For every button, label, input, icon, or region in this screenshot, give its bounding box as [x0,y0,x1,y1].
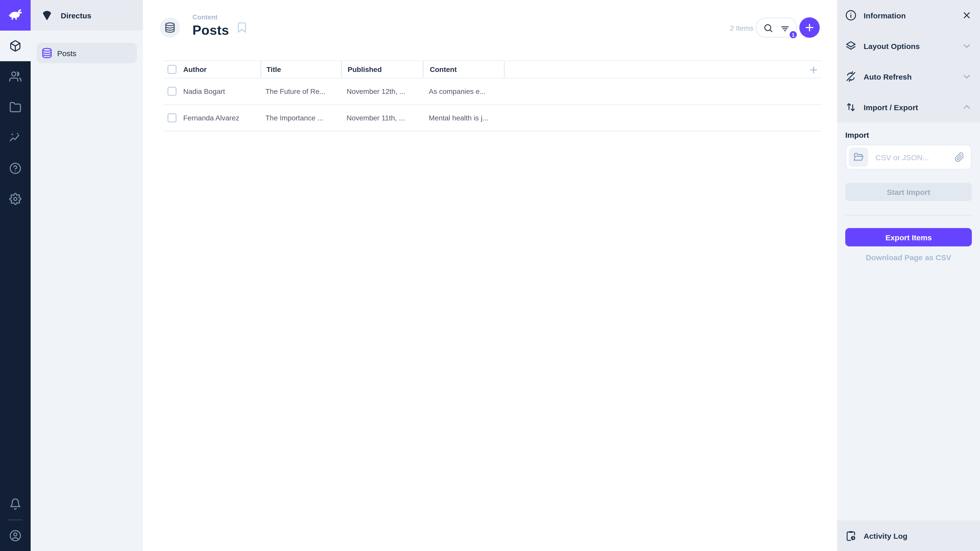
title-block: Content Posts [192,14,229,37]
import-heading: Import [845,130,972,139]
create-item-button[interactable] [799,17,820,38]
collection-icon-circle [160,17,180,38]
column-header-published[interactable]: Published [341,61,423,78]
directus-app: Directus Posts Content [0,0,980,551]
cell-published: November 12th, ... [347,87,405,95]
cell-title: The Future of Re... [266,87,325,95]
module-docs[interactable] [0,153,30,184]
database-icon [41,48,52,59]
plus-icon [804,22,815,33]
import-export-body: Import Start Import Export Items Downloa… [837,122,980,262]
cell-author: Fernanda Alvarez [183,114,239,122]
cell-content: Mental health is j... [429,114,488,122]
import-file-input[interactable] [845,144,972,170]
items-table: Author Title Published Content Nadia Bog… [163,60,822,132]
file-chip [849,148,868,167]
import-export-divider [845,215,972,216]
filter-count-badge: 1 [788,30,798,40]
sync-disabled-icon [845,71,856,82]
table-row[interactable]: Fernanda Alvarez The Importance ... Nove… [163,105,822,132]
help-icon [9,162,21,175]
start-import-button[interactable]: Start Import [845,183,972,201]
page-title: Posts [192,24,229,37]
select-all-checkbox[interactable] [167,65,177,74]
gear-icon [9,193,21,205]
chevron-up-icon [962,102,972,112]
chevron-down-icon [962,41,972,51]
insights-icon [9,132,21,144]
sidebar-item-posts[interactable]: Posts [37,43,137,63]
database-icon [164,22,176,33]
column-header-content[interactable]: Content [423,61,504,78]
notifications-button[interactable] [0,489,30,519]
module-settings[interactable] [0,184,30,214]
row-checkbox[interactable] [167,87,177,96]
sidebar-section-activity-log[interactable]: Activity Log [837,520,980,551]
sidebar-section-auto-refresh[interactable]: Auto Refresh [837,61,980,92]
breadcrumb[interactable]: Content [192,14,229,21]
column-header-author[interactable]: Author [163,61,260,78]
cell-title: The Importance ... [266,114,323,122]
sidebar-title-information: Information [837,0,980,30]
box-icon [9,40,21,52]
add-column-icon[interactable] [808,65,819,75]
bookmark-icon[interactable] [236,21,248,34]
cell-published: November 11th, ... [347,114,405,122]
layers-icon [845,40,856,52]
account-button[interactable] [0,520,30,551]
info-icon [845,10,856,21]
search-icon[interactable] [763,23,773,33]
users-icon [9,70,21,83]
page-header: Content Posts 2 Items 1 [143,0,837,60]
folder-icon [9,101,21,113]
module-file-library[interactable] [0,92,30,122]
project-header[interactable]: Directus [30,0,143,30]
info-sidebar: Information Layout Options Auto Refresh [837,0,980,551]
paperclip-icon [955,152,965,162]
column-header-spacer [504,61,822,78]
row-checkbox[interactable] [167,113,177,122]
project-wedge-icon [41,10,52,21]
cell-author: Nadia Bogart [183,87,225,95]
download-csv-link[interactable]: Download Page as CSV [845,253,972,262]
project-name: Directus [61,11,91,20]
swap-vert-icon [845,102,856,113]
rabbit-logo-icon [6,6,24,24]
sidebar-section-import-export[interactable]: Import / Export [837,92,980,122]
chevron-down-icon [962,71,972,82]
activity-log-icon [845,530,856,541]
import-file-field[interactable] [874,152,955,162]
export-items-button[interactable]: Export Items [845,228,972,246]
item-count: 2 Items [730,24,753,32]
bell-icon [9,498,21,510]
nav-item-label: Posts [57,49,76,57]
module-content[interactable] [0,30,30,61]
module-insights[interactable] [0,122,30,153]
main-content: Content Posts 2 Items 1 [143,0,837,551]
column-header-title[interactable]: Title [260,61,341,78]
user-circle-icon [9,530,21,542]
module-bar-spacer [0,214,30,489]
module-bar [0,0,30,551]
sidebar-section-layout-options[interactable]: Layout Options [837,30,980,61]
table-header-row: Author Title Published Content [163,60,822,79]
nav-sidebar: Directus Posts [30,0,143,551]
activity-log-label: Activity Log [864,531,907,540]
module-user-directory[interactable] [0,61,30,92]
cell-content: As companies e... [429,87,486,95]
table-row[interactable]: Nadia Bogart The Future of Re... Novembe… [163,79,822,105]
directus-logo[interactable] [0,0,30,30]
folder-open-icon [853,151,864,163]
search-filter-pill: 1 [756,17,797,38]
close-icon[interactable] [962,10,972,21]
